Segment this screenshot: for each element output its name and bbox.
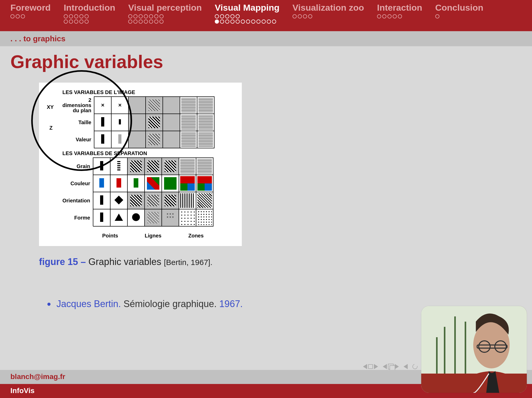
nav-visual-mapping[interactable]: Visual Mapping: [215, 3, 280, 24]
cell: [127, 209, 145, 226]
nav-visualization-zoo[interactable]: Visualization zoo: [293, 3, 364, 18]
nav-label: Conclusion: [435, 3, 483, 13]
figure-caption: figure 15 – Graphic variables [Bertin, 1…: [39, 256, 522, 267]
bertin-table-2: Grain Couleur: [62, 157, 213, 243]
col-zones: Zones: [179, 226, 213, 243]
nav-progress-dots: [215, 14, 280, 24]
slide-nav-controls: [363, 364, 418, 369]
cell: [94, 114, 111, 131]
cell: [145, 175, 162, 192]
breadcrumb-subheader: . . . to graphics: [0, 31, 532, 46]
cell: [162, 158, 179, 175]
cell: [145, 192, 162, 209]
cell: [196, 158, 213, 175]
nav-label: Foreword: [10, 3, 51, 13]
slide-content: Graphic variables LES VARIABLES DE L'IMA…: [0, 46, 532, 309]
presenter-avatar-icon: [421, 306, 527, 393]
cell: × × ×× × ×: [162, 209, 179, 226]
cell: [110, 158, 127, 175]
cell: [180, 131, 197, 148]
cell: [197, 114, 214, 131]
nav-label: Visual Mapping: [215, 3, 280, 13]
nav-progress-dots: [64, 14, 115, 24]
cell: [179, 175, 196, 192]
cell: [162, 192, 179, 209]
top-navigation: Foreword Introduction Visual perception …: [0, 0, 532, 31]
cell: [127, 175, 145, 192]
cell: [93, 209, 110, 226]
row-orientation: Orientation: [62, 192, 93, 209]
nav-visual-perception[interactable]: Visual perception: [128, 3, 202, 24]
nav-label: Visual perception: [128, 3, 202, 13]
cell: [163, 114, 180, 131]
nav-prev-frame[interactable]: [383, 364, 399, 369]
row-taille: Taille: [62, 114, 94, 131]
nav-label: Interaction: [377, 3, 422, 13]
nav-label: Introduction: [64, 3, 115, 13]
cell: [128, 114, 146, 131]
cell: [93, 158, 110, 175]
page-title: Graphic variables: [10, 51, 522, 72]
nav-progress-dots: [293, 14, 364, 18]
cell: [146, 97, 163, 114]
cell: [127, 158, 145, 175]
cell: [93, 192, 110, 209]
cell: [179, 209, 196, 226]
cell: [179, 192, 196, 209]
cell: ×: [94, 97, 111, 114]
cell: [110, 209, 127, 226]
figure-xy-label: XY: [47, 104, 54, 110]
cell: [196, 209, 213, 226]
nav-label: Visualization zoo: [293, 3, 364, 13]
col-footer: Points Lignes Zones: [62, 226, 213, 243]
col-lignes: Lignes: [127, 226, 179, 243]
nav-prev-slide[interactable]: [363, 364, 378, 369]
cell: [128, 131, 146, 148]
nav-progress-dots: [435, 14, 483, 18]
nav-replay-icon[interactable]: [411, 363, 418, 370]
cell: [196, 192, 213, 209]
figure-heading-image: LES VARIABLES DE L'IMAGE: [62, 89, 239, 95]
row-valeur: Valeur: [62, 131, 94, 148]
cell: [163, 97, 180, 114]
cell: [127, 192, 145, 209]
nav-prev-section[interactable]: [404, 364, 408, 369]
bertin-figure: LES VARIABLES DE L'IMAGE XY Z 2 dimensio…: [39, 83, 242, 246]
cell: [93, 175, 110, 192]
cell: [94, 131, 111, 148]
cell: [110, 175, 127, 192]
cell: [196, 175, 213, 192]
cell: [128, 97, 146, 114]
nav-progress-dots: [10, 14, 51, 18]
figure-heading-sep: LES VARIABLES DE SEPARATION: [62, 150, 239, 156]
cell: ×: [111, 97, 128, 114]
row-couleur: Couleur: [62, 175, 93, 192]
cell: [197, 97, 214, 114]
cell: [179, 158, 196, 175]
nav-introduction[interactable]: Introduction: [64, 3, 115, 24]
caption-text: Graphic variables: [88, 256, 161, 267]
reference-year: 1967.: [219, 298, 243, 309]
nav-progress-dots: [377, 14, 422, 18]
nav-interaction[interactable]: Interaction: [377, 3, 422, 18]
webcam-overlay: [421, 306, 527, 393]
cell: [180, 114, 197, 131]
nav-foreword[interactable]: Foreword: [10, 3, 51, 18]
row-xy-desc: 2 dimensions du plan: [62, 97, 94, 114]
nav-conclusion[interactable]: Conclusion: [435, 3, 483, 18]
cell: [162, 175, 179, 192]
bertin-figure-area: LES VARIABLES DE L'IMAGE XY Z 2 dimensio…: [39, 83, 242, 246]
row-grain: Grain: [62, 158, 93, 175]
cell: [145, 209, 162, 226]
figure-z-label: Z: [49, 125, 53, 131]
cell: [111, 114, 128, 131]
bullet-icon: ●: [47, 300, 51, 308]
cell: [146, 114, 163, 131]
bertin-table: 2 dimensions du plan × × Taille: [62, 96, 215, 148]
cell: [180, 97, 197, 114]
reference-title: Sémiologie graphique.: [124, 298, 217, 309]
cell: [146, 131, 163, 148]
cell: [111, 131, 128, 148]
cell: [110, 192, 127, 209]
caption-citation: [Bertin, 1967].: [164, 258, 212, 267]
